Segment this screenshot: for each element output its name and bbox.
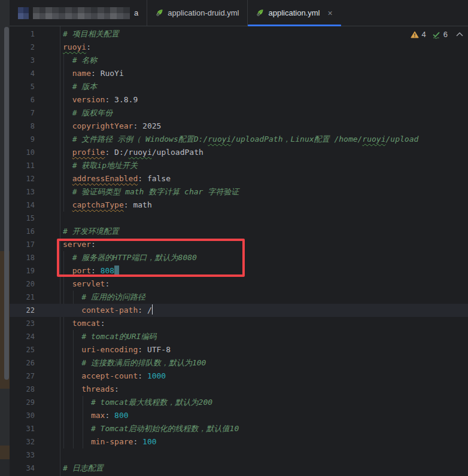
code-line[interactable]: 29 # tomcat最大线程数，默认为200 — [10, 396, 468, 409]
code-line[interactable]: 21 # 应用的访问路径 — [10, 291, 468, 304]
code-line[interactable]: 34# 日志配置 — [10, 462, 468, 475]
line-code: version: 3.8.9 — [63, 93, 138, 106]
code-editor[interactable]: 1# 项目相关配置2ruoyi:3 # 名称4 name: RuoYi5 # 版… — [10, 26, 468, 476]
left-panel-sliver — [0, 0, 10, 476]
typo-count: 6 — [443, 30, 448, 39]
code-line[interactable]: 4 name: RuoYi — [10, 67, 468, 80]
code-line[interactable]: 22 context-path: / — [10, 304, 468, 317]
line-code: # 名称 — [63, 54, 97, 67]
code-line[interactable]: 25 uri-encoding: UTF-8 — [10, 343, 468, 356]
code-line[interactable]: 32 min-spare: 100 — [10, 435, 468, 448]
code-line[interactable]: 14 captchaType: math — [10, 199, 468, 212]
code-line[interactable]: 16# 开发环境配置 — [10, 225, 468, 238]
code-line[interactable]: 10 profile: D:/ruoyi/uploadPath — [10, 146, 468, 159]
code-line[interactable]: 5 # 版本 — [10, 80, 468, 93]
code-line[interactable]: 7 # 版权年份 — [10, 106, 468, 120]
tab-application-druid-yml[interactable]: application-druid.yml — [147, 0, 248, 26]
line-code: port: 808 — [63, 264, 119, 277]
line-number: 29 — [10, 396, 60, 409]
line-code: profile: D:/ruoyi/uploadPath — [63, 146, 203, 159]
tab-label: application-druid.yml — [168, 8, 239, 17]
line-number: 34 — [10, 462, 60, 475]
chevron-up-icon[interactable] — [456, 32, 463, 36]
editor-tab-bar: a application-druid.yml application.yml … — [10, 0, 468, 26]
code-line[interactable]: 1# 项目相关配置 — [10, 28, 468, 41]
line-code: # 文件路径 示例（ Windows配置D:/ruoyi/uploadPath，… — [63, 133, 418, 146]
spring-boot-icon — [156, 9, 163, 17]
warning-count: 4 — [422, 30, 426, 39]
code-line[interactable]: 9 # 文件路径 示例（ Windows配置D:/ruoyi/uploadPat… — [10, 133, 468, 146]
ide-window: a application-druid.yml application.yml … — [0, 0, 468, 476]
tab-application-yml[interactable]: application.yml × — [248, 0, 341, 26]
spring-boot-icon — [256, 9, 264, 17]
line-code: addressEnabled: false — [63, 172, 171, 185]
line-code: servlet: — [63, 277, 110, 291]
line-code: threads: — [63, 383, 119, 396]
line-code: # tomcat最大线程数，默认为200 — [63, 396, 212, 409]
line-code: context-path: / — [63, 304, 153, 317]
line-number: 19 — [10, 264, 60, 277]
line-number: 21 — [10, 291, 60, 304]
line-code: ruoyi: — [63, 41, 91, 54]
line-code: # 连接数满后的排队数，默认为100 — [63, 356, 206, 370]
line-number: 26 — [10, 356, 60, 370]
code-line[interactable]: 6 version: 3.8.9 — [10, 93, 468, 106]
line-code: # 验证码类型 math 数字计算 char 字符验证 — [63, 185, 239, 199]
censored-tab-title — [33, 7, 130, 19]
code-line[interactable]: 23 tomcat: — [10, 317, 468, 330]
line-number: 1 — [10, 28, 60, 41]
line-number: 33 — [10, 448, 60, 462]
line-number: 10 — [10, 146, 60, 159]
line-number: 8 — [10, 120, 60, 133]
censored-tab-title-tail: a — [134, 8, 138, 17]
line-number: 18 — [10, 251, 60, 264]
code-line[interactable]: 20 servlet: — [10, 277, 468, 291]
line-code: # 获取ip地址开关 — [63, 159, 138, 172]
line-number: 2 — [10, 41, 60, 54]
line-number: 6 — [10, 93, 60, 106]
line-number: 13 — [10, 185, 60, 199]
code-line[interactable]: 31 # Tomcat启动初始化的线程数，默认值10 — [10, 422, 468, 435]
line-code: # Tomcat启动初始化的线程数，默认值10 — [63, 422, 239, 435]
code-line[interactable]: 27 accept-count: 1000 — [10, 370, 468, 383]
tab-close-icon[interactable]: × — [327, 9, 332, 17]
line-code: name: RuoYi — [63, 67, 124, 80]
line-code: # 版本 — [63, 80, 97, 93]
line-code: server: — [63, 238, 96, 251]
inspections-widget[interactable]: 4 6 — [411, 30, 463, 39]
panel-item-fragment — [0, 446, 10, 459]
code-line[interactable]: 11 # 获取ip地址开关 — [10, 159, 468, 172]
code-line[interactable]: 12 addressEnabled: false — [10, 172, 468, 185]
code-line[interactable]: 19 port: 808 — [10, 264, 468, 277]
line-code: accept-count: 1000 — [63, 370, 166, 383]
warning-icon — [411, 31, 419, 38]
code-line[interactable]: 17server: — [10, 238, 468, 251]
code-line[interactable]: 8 copyrightYear: 2025 — [10, 120, 468, 133]
code-line[interactable]: 24 # tomcat的URI编码 — [10, 330, 468, 343]
tab-censored[interactable]: a — [10, 0, 147, 26]
code-line[interactable]: 15 — [10, 212, 468, 225]
line-number: 17 — [10, 238, 60, 251]
text-caret — [152, 304, 153, 315]
line-number: 5 — [10, 80, 60, 93]
line-number: 4 — [10, 67, 60, 80]
line-number: 27 — [10, 370, 60, 383]
line-number: 32 — [10, 435, 60, 448]
panel-scrollbar[interactable] — [4, 27, 9, 380]
code-line[interactable]: 13 # 验证码类型 math 数字计算 char 字符验证 — [10, 185, 468, 199]
line-code: copyrightYear: 2025 — [63, 120, 161, 133]
code-line[interactable]: 30 max: 800 — [10, 409, 468, 422]
code-line[interactable]: 26 # 连接数满后的排队数，默认为100 — [10, 356, 468, 370]
code-line[interactable]: 33 — [10, 448, 468, 462]
code-line[interactable]: 28 threads: — [10, 383, 468, 396]
tab-label: application.yml — [268, 8, 320, 17]
line-number: 12 — [10, 172, 60, 185]
code-line[interactable]: 18 # 服务器的HTTP端口，默认为8080 — [10, 251, 468, 264]
code-line[interactable]: 2ruoyi: — [10, 41, 468, 54]
code-line[interactable]: 3 # 名称 — [10, 54, 468, 67]
typo-check-icon — [432, 30, 440, 39]
line-number: 30 — [10, 409, 60, 422]
line-code: # 版权年份 — [63, 106, 113, 120]
line-code: # 项目相关配置 — [63, 28, 119, 41]
line-code: # 日志配置 — [63, 462, 104, 475]
